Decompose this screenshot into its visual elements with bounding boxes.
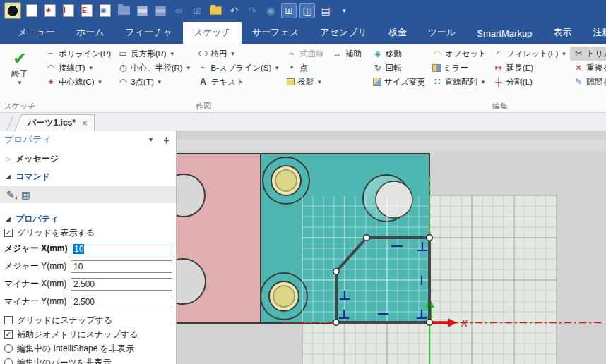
new-document-icon[interactable] [26, 4, 37, 17]
snap-aux-checkbox[interactable] [4, 330, 13, 339]
tab-sketch[interactable]: スケッチ [183, 22, 242, 44]
tab-home[interactable]: ホーム [66, 22, 115, 44]
link-icon[interactable]: ∞ [171, 3, 186, 18]
save-icon[interactable] [137, 6, 148, 16]
sketch-vertex[interactable] [364, 235, 369, 241]
tool-offset[interactable]: ◠オフセット [429, 47, 490, 61]
tool-move[interactable]: ◈移動 [369, 47, 429, 61]
tool-center-radius-circle[interactable]: ◷中心、半径(R)▼ [114, 61, 194, 75]
tool-projection[interactable]: 投影▼ [283, 75, 365, 89]
tool-text[interactable]: Aテキスト [195, 75, 284, 89]
ribbon: ✔ 終了 ▼ スケッチ ~ポリライン(P) ◠接線(T)▼ +中心線(C)▼ ▭… [0, 44, 606, 113]
tool-3point-arc[interactable]: ◠3点(T)▼ [114, 75, 194, 89]
chevron-down-icon: ▼ [186, 65, 191, 71]
redo-icon[interactable]: ↷ [244, 3, 260, 18]
fillet-icon: ◜ [494, 49, 504, 59]
chevron-down-icon: ▼ [17, 80, 23, 86]
major-y-input[interactable]: 10 [71, 260, 172, 273]
tool-tangent[interactable]: ◠接線(T)▼ [42, 61, 114, 75]
chevron-down-icon: ▼ [170, 51, 175, 57]
tool-find-gaps[interactable]: ✎隙間を検索 [570, 75, 606, 89]
open-file-icon[interactable] [118, 6, 130, 15]
snap-aux-label: 補助ジオメトリにスナップする [17, 329, 138, 341]
major-y-label: メジャー Y(mm) [4, 260, 68, 272]
sketch-vertex[interactable] [333, 269, 339, 274]
show-grid-checkbox[interactable] [4, 229, 13, 237]
tab-view[interactable]: 表示 [542, 22, 582, 44]
open-scene-icon[interactable]: ★ [44, 4, 56, 17]
tool-bspline[interactable]: ~B-スプライン(S)▼ [195, 61, 284, 75]
snap-grid-label: グリッドにスナップする [17, 315, 112, 327]
close-icon[interactable]: × [82, 118, 88, 128]
sphere-icon[interactable]: ◉ [263, 3, 278, 18]
save-copy-icon[interactable] [155, 6, 166, 16]
tool-resize[interactable]: サイズ変更 [369, 75, 429, 89]
tab-sheetmetal[interactable]: 板金 [378, 22, 417, 44]
tool-rotate[interactable]: ↻回転 [369, 61, 429, 75]
tool-ellipse[interactable]: ◯楕円▼ [195, 47, 284, 61]
tool-trim[interactable]: ✂トリム(R) [570, 47, 606, 61]
section-messages[interactable]: ▷ メッセージ [0, 152, 176, 166]
group-draw: ~ポリライン(P) ◠接線(T)▼ +中心線(C)▼ ▭長方形(R)▼ ◷中心、… [42, 45, 365, 112]
tool-centerline[interactable]: +中心線(C)▼ [42, 75, 114, 89]
insert-part-icon[interactable]: ⊞ [189, 3, 205, 18]
linear-array-icon: ∷ [432, 77, 442, 87]
sketch-viewport[interactable]: X Y [177, 131, 606, 364]
catalog-icon[interactable] [210, 6, 222, 15]
sketch-origin-vertex[interactable] [427, 320, 432, 325]
tool-auxiliary[interactable]: ↔補助 [329, 47, 365, 61]
tool-split[interactable]: ┼分割(L) [490, 75, 570, 89]
tab-assembly[interactable]: アセンブリ [309, 22, 378, 44]
hide-part-label: 編集中のパーツを非表示 [17, 357, 111, 364]
edit-grid-icon[interactable]: ✎ [6, 189, 15, 200]
tab-smartmarkup[interactable]: SmartMarkup [466, 24, 542, 44]
tool-fillet[interactable]: ◜フィレット(F)▼ [490, 47, 570, 61]
command-strip: ✎ ▦ [0, 186, 176, 203]
section-properties[interactable]: ◢ プロパティ [0, 212, 176, 226]
qat-overflow-icon[interactable]: ▾ [336, 3, 352, 18]
section-commands[interactable]: ◢ コマンド [0, 169, 176, 183]
minor-x-input[interactable]: 2.500 [71, 278, 172, 291]
document-tab[interactable]: パーツ1.ics* × [21, 114, 95, 131]
sketch-vertex[interactable] [427, 235, 432, 241]
major-x-label: メジャー X(mm) [4, 243, 68, 255]
hide-part-radio[interactable] [4, 358, 13, 364]
hide-intellishape-row: 編集中の IntelliShape を非表示 [0, 341, 176, 356]
grid-table-icon[interactable]: ▦ [21, 189, 30, 200]
hide-intellishape-radio[interactable] [4, 344, 13, 353]
new-sheet-icon[interactable]: E [81, 4, 93, 17]
tool-polyline[interactable]: ~ポリライン(P) [42, 47, 114, 61]
finish-sketch-button[interactable]: ✔ 終了 ▼ [1, 47, 38, 86]
tab-annotation[interactable]: 注釈 [582, 22, 606, 44]
major-x-input[interactable]: 10 [71, 243, 172, 255]
minor-y-input[interactable]: 2.500 [71, 296, 172, 308]
centerline-icon: + [46, 77, 56, 87]
tool-linear-array[interactable]: ∷直線配列▼ [429, 75, 490, 89]
pin-icon[interactable] [162, 136, 170, 144]
show-grid-label: グリッドを表示する [17, 227, 95, 239]
document-tabbar: パーツ1.ics* × [0, 113, 606, 131]
snap-grid-checkbox[interactable] [4, 316, 13, 324]
pink-part[interactable] [177, 154, 261, 323]
minor-y-label: マイナー Y(mm) [4, 296, 68, 308]
tab-menu[interactable]: メニュー [7, 22, 66, 44]
app-logo-icon[interactable] [4, 2, 21, 19]
property-list-icon[interactable]: ▤ [318, 3, 333, 18]
panel-layout-icon[interactable]: ◫ [299, 3, 315, 18]
panel-collapse-icon[interactable]: ▼ [148, 136, 154, 143]
new-drawing-icon[interactable]: ◉ [100, 4, 111, 17]
tool-mirror[interactable]: ミラー [429, 61, 490, 75]
tab-tools[interactable]: ツール [417, 22, 467, 44]
tool-remove-duplicates[interactable]: ×重複を削除 [570, 61, 606, 75]
scene-browser-icon[interactable]: ⊞ [281, 3, 297, 18]
tool-extend[interactable]: ↦延長(E) [490, 61, 570, 75]
chevron-down-icon: ▼ [97, 79, 102, 85]
sketch-vertex[interactable] [333, 320, 339, 325]
new-part-icon[interactable]: I [63, 4, 74, 17]
tool-rectangle[interactable]: ▭長方形(R)▼ [114, 47, 194, 61]
tool-point[interactable]: •点 [283, 61, 365, 75]
tab-feature[interactable]: フィーチャ [115, 22, 183, 44]
tangent-arc-icon: ◠ [46, 63, 56, 73]
tab-surface[interactable]: サーフェス [242, 22, 309, 44]
undo-icon[interactable]: ↶ [226, 3, 242, 18]
